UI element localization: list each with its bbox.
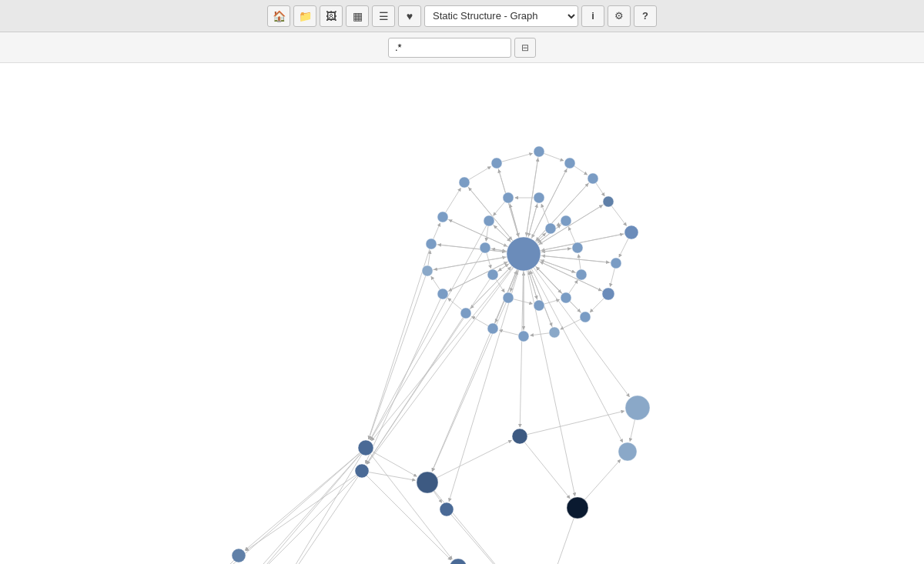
table-button[interactable]: ▦: [346, 5, 369, 27]
info-button[interactable]: i: [581, 5, 604, 27]
graph-node[interactable]: [426, 239, 437, 249]
graph-node[interactable]: [580, 312, 591, 322]
graph-edge: [367, 254, 524, 464]
graph-node[interactable]: [459, 177, 470, 188]
graph-node[interactable]: [611, 258, 621, 269]
graph-edge: [245, 448, 366, 550]
graph-node[interactable]: [437, 212, 448, 222]
graph-node[interactable]: [450, 559, 467, 564]
graph-node[interactable]: [588, 173, 598, 184]
graph-node[interactable]: [549, 327, 560, 338]
graph-node[interactable]: [503, 192, 514, 203]
graph-edge: [366, 294, 443, 463]
graph-node[interactable]: [503, 292, 514, 303]
graph-node[interactable]: [491, 158, 502, 169]
graph-edge: [246, 471, 362, 551]
graph-edge: [366, 448, 452, 559]
graph-svg: [0, 63, 924, 564]
list-button[interactable]: ☰: [372, 5, 395, 27]
filter-bar: ⊟: [0, 32, 924, 63]
graph-node[interactable]: [567, 497, 588, 519]
bookmark-button[interactable]: ♥: [398, 5, 421, 27]
graph-node[interactable]: [534, 300, 544, 311]
graph-area: [0, 63, 924, 564]
graph-edge: [520, 411, 624, 436]
graph-node[interactable]: [518, 331, 529, 342]
graph-node[interactable]: [603, 196, 614, 207]
graph-node[interactable]: [460, 308, 471, 319]
graph-node[interactable]: [624, 225, 638, 239]
graph-node[interactable]: [507, 237, 541, 271]
graph-edge: [432, 254, 524, 471]
graph-node[interactable]: [487, 323, 498, 334]
graph-node[interactable]: [534, 146, 544, 157]
graph-edge: [372, 254, 524, 441]
graph-node[interactable]: [564, 158, 575, 169]
graph-node[interactable]: [358, 440, 373, 456]
graph-node[interactable]: [576, 269, 587, 280]
graph-node[interactable]: [440, 502, 454, 516]
graph-node[interactable]: [422, 265, 433, 276]
help-button[interactable]: ?: [634, 5, 657, 27]
graph-node[interactable]: [625, 395, 650, 420]
graph-node[interactable]: [561, 292, 571, 303]
graph-edge: [366, 448, 417, 476]
graph-node[interactable]: [355, 464, 369, 478]
graph-edge: [369, 244, 431, 439]
graph-edge: [427, 440, 511, 482]
graph-node[interactable]: [545, 223, 556, 234]
graph-edge: [520, 436, 570, 499]
graph-node[interactable]: [480, 242, 490, 253]
home-button[interactable]: 🏠: [267, 5, 290, 27]
filter-input[interactable]: [388, 38, 511, 58]
graph-node[interactable]: [618, 442, 637, 461]
graph-node[interactable]: [512, 429, 527, 444]
view-select[interactable]: Static Structure - Graph Dynamic Structu…: [424, 5, 578, 27]
graph-edge: [278, 471, 362, 564]
graph-node[interactable]: [437, 289, 448, 299]
graph-edge: [369, 271, 427, 439]
graph-node[interactable]: [232, 549, 246, 562]
graph-node[interactable]: [561, 215, 571, 226]
filter-button[interactable]: ⊟: [514, 38, 536, 58]
graph-node[interactable]: [487, 269, 498, 280]
toolbar: 🏠 📁 🖼 ▦ ☰ ♥ Static Structure - Graph Dyn…: [0, 0, 924, 32]
image-button[interactable]: 🖼: [320, 5, 343, 27]
graph-edge: [524, 254, 622, 442]
graph-edge: [524, 254, 575, 496]
graph-edge: [214, 448, 366, 564]
graph-edge: [367, 275, 493, 464]
graph-node[interactable]: [572, 242, 583, 253]
graph-node[interactable]: [484, 215, 494, 226]
graph-edge: [449, 254, 524, 501]
settings-button[interactable]: ⚙: [608, 5, 631, 27]
folder-button[interactable]: 📁: [293, 5, 316, 27]
graph-node[interactable]: [602, 288, 614, 300]
graph-node[interactable]: [417, 472, 438, 493]
graph-edge: [278, 448, 366, 564]
graph-node[interactable]: [534, 192, 544, 203]
graph-edge: [432, 298, 508, 471]
